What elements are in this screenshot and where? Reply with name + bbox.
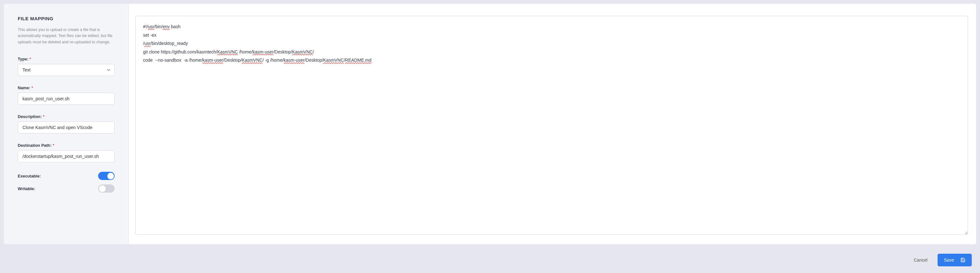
sidebar-description: This allows you to upload or create a fi… [18,27,115,45]
main-content: #!/usr/bin/env bash set -ex /usr/bin/des… [129,4,976,244]
executable-label: Executable: [18,174,41,178]
executable-toggle[interactable] [98,172,115,180]
name-input[interactable] [18,93,115,105]
writable-toggle[interactable] [98,184,115,193]
sidebar: FILE MAPPING This allows you to upload o… [4,4,129,244]
save-button[interactable]: Save [938,254,972,267]
file-content-editor[interactable]: #!/usr/bin/env bash set -ex /usr/bin/des… [135,16,968,235]
save-button-label: Save [944,257,954,263]
type-select[interactable]: Text [18,64,115,76]
destination-path-input[interactable] [18,150,115,162]
cancel-button[interactable]: Cancel [909,254,932,266]
description-input[interactable] [18,121,115,133]
description-label: Description: * [18,114,115,119]
file-mapping-panel: FILE MAPPING This allows you to upload o… [4,4,976,244]
type-label: Type: * [18,57,115,61]
footer: Cancel Save [0,248,980,273]
destination-path-label: Destination Path: * [18,143,115,148]
save-icon [960,257,966,263]
writable-label: Writable: [18,186,35,191]
name-label: Name: * [18,86,115,90]
sidebar-title: FILE MAPPING [18,16,115,21]
